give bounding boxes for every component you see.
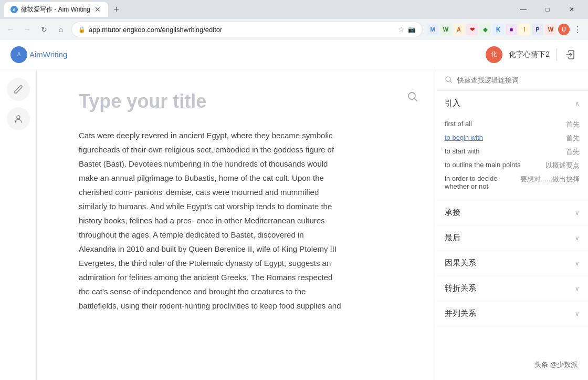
section-finally: 最后 ∨ (436, 225, 588, 251)
editor-area: Type your title Cats were deeply revered… (37, 69, 436, 380)
sidebar (0, 69, 37, 380)
ext-icon-5[interactable]: ◆ (479, 24, 491, 35)
ext-icon-8[interactable]: i (519, 24, 530, 35)
panel-search-icon (445, 76, 453, 84)
panel-search-input[interactable] (457, 76, 580, 84)
section-contrast-chevron: ∨ (575, 285, 580, 292)
forward-button[interactable]: → (21, 23, 34, 36)
bookmark-icon[interactable]: ☆ (398, 25, 405, 34)
section-cause-effect-header[interactable]: 因果关系 ∨ (436, 251, 588, 275)
logo-writing: Writing (43, 50, 67, 59)
active-tab[interactable]: A 微软爱写作 - Aim Writing ✕ (4, 2, 108, 17)
section-contrast: 转折关系 ∨ (436, 276, 588, 301)
window-controls: — □ ✕ (511, 2, 584, 17)
phrase-zh: 首先 (538, 147, 580, 157)
phrase-row: in order to decide whether or not 要想对...… (445, 172, 580, 192)
watermark: 头条 @少数派 (534, 360, 578, 369)
svg-point-0 (17, 116, 20, 119)
section-parallel-chevron: ∨ (575, 310, 580, 317)
more-button[interactable]: ⋮ (571, 23, 584, 36)
phrase-zh: 要想对......做出抉择 (520, 174, 580, 184)
section-parallel-header[interactable]: 并列关系 ∨ (436, 301, 588, 326)
close-button[interactable]: ✕ (560, 2, 584, 17)
section-finally-header[interactable]: 最后 ∨ (436, 225, 588, 250)
phrase-en: to outline the main points (445, 161, 533, 169)
header-right: 化 化字心情下2 (486, 46, 578, 63)
ext-icon-3[interactable]: A (453, 24, 465, 35)
editor-content[interactable]: Cats were deeply revered in ancient Egyp… (79, 128, 341, 313)
editor-search-button[interactable] (403, 87, 422, 106)
address-bar: ← → ↻ ⌂ 🔒 app.mtutor.engkoo.com/englishw… (0, 19, 588, 40)
section-intro-chevron: ∧ (575, 100, 580, 107)
user-avatar: 化 (486, 46, 502, 63)
tab-title: 微软爱写作 - Aim Writing (21, 5, 90, 14)
phrase-en: in order to decide whether or not (445, 174, 516, 190)
logo-icon: A (10, 46, 27, 63)
phrase-zh: 以概述要点 (538, 161, 580, 170)
app-header: A AimWriting 化 化字心情下2 (0, 40, 588, 69)
home-button[interactable]: ⌂ (55, 23, 67, 36)
tab-favicon: A (10, 6, 18, 13)
tab-area: A 微软爱写作 - Aim Writing ✕ + (4, 2, 123, 17)
logo-area: A AimWriting (10, 46, 67, 63)
ext-icon-6[interactable]: K (492, 24, 504, 35)
section-intro-title: 引入 (445, 98, 460, 108)
panel-search-bar (436, 69, 588, 91)
phrase-zh: 首先 (538, 133, 580, 143)
phrase-zh: 首先 (538, 120, 580, 129)
section-cause-effect-title: 因果关系 (445, 258, 476, 268)
ext-icon-9[interactable]: P (532, 24, 543, 35)
extensions-area: M W A ❤ ◆ K ■ i P W U ⋮ (427, 23, 584, 36)
sidebar-edit-button[interactable] (7, 78, 30, 101)
ext-icon-4[interactable]: ❤ (466, 24, 478, 35)
ext-icon-2[interactable]: W (440, 24, 452, 35)
new-tab-button[interactable]: + (110, 3, 123, 16)
user-profile-icon[interactable]: U (558, 24, 570, 35)
url-bar[interactable]: 🔒 app.mtutor.engkoo.com/englishwriting/e… (71, 22, 423, 37)
phrase-row: to outline the main points 以概述要点 (445, 159, 580, 172)
minimize-button[interactable]: — (511, 2, 536, 17)
phrase-en-link[interactable]: to begin with (445, 133, 533, 141)
section-intro-body: first of all 首先 to begin with 首先 to star… (436, 116, 588, 200)
ext-icon-7[interactable]: ■ (506, 24, 517, 35)
phrase-row: to start with 首先 (445, 145, 580, 159)
logo-aim: Aim (29, 50, 43, 59)
section-cause-effect-chevron: ∨ (575, 260, 580, 267)
phrase-row: first of all 首先 (445, 118, 580, 131)
ext-icon-10[interactable]: W (545, 24, 556, 35)
section-intro: 引入 ∧ first of all 首先 to begin with 首先 to… (436, 91, 588, 200)
phrase-row: to begin with 首先 (445, 131, 580, 145)
screenshot-icon[interactable]: 📷 (408, 26, 416, 33)
sidebar-person-button[interactable] (7, 107, 30, 130)
header-divider (556, 48, 556, 61)
section-finally-chevron: ∨ (575, 234, 580, 242)
app-container: Type your title Cats were deeply revered… (0, 69, 588, 380)
svg-point-2 (408, 93, 415, 99)
title-bar: A 微软爱写作 - Aim Writing ✕ + — □ ✕ (0, 0, 588, 19)
refresh-button[interactable]: ↻ (38, 23, 50, 36)
lock-icon: 🔒 (78, 26, 86, 33)
section-parallel-title: 并列关系 (445, 309, 476, 319)
section-contrast-title: 转折关系 (445, 283, 476, 293)
phrase-en: first of all (445, 120, 533, 128)
section-transition-title: 承接 (445, 208, 460, 218)
section-transition-header[interactable]: 承接 ∨ (436, 200, 588, 225)
section-cause-effect: 因果关系 ∨ (436, 251, 588, 276)
section-intro-header[interactable]: 引入 ∧ (436, 91, 588, 116)
section-transition-chevron: ∨ (575, 209, 580, 217)
editor-inner[interactable]: Type your title Cats were deeply revered… (37, 69, 436, 380)
section-parallel: 并列关系 ∨ (436, 301, 588, 326)
panel-sections: 引入 ∧ first of all 首先 to begin with 首先 to… (436, 91, 588, 380)
ext-icon-1[interactable]: M (427, 24, 438, 35)
restore-button[interactable]: □ (536, 2, 560, 17)
logout-button[interactable] (563, 47, 578, 62)
tab-close-button[interactable]: ✕ (93, 5, 102, 14)
back-button[interactable]: ← (4, 23, 17, 36)
url-text: app.mtutor.engkoo.com/englishwriting/edi… (89, 26, 395, 34)
user-name: 化字心情下2 (509, 50, 550, 59)
title-placeholder[interactable]: Type your title (79, 90, 394, 112)
phrase-en: to start with (445, 147, 533, 155)
logo-text: AimWriting (29, 50, 67, 59)
section-finally-title: 最后 (445, 233, 460, 243)
section-contrast-header[interactable]: 转折关系 ∨ (436, 276, 588, 301)
